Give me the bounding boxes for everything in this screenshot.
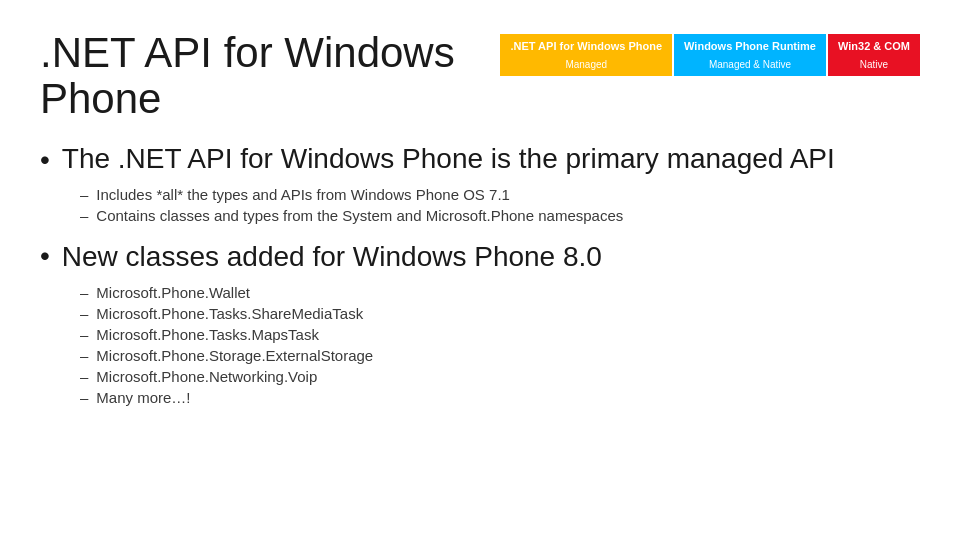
sub-bullet-2-5: Many more…! [80,389,920,406]
sub-bullet-2-5-text: Many more…! [96,389,190,406]
sub-bullet-2-4: Microsoft.Phone.Networking.Voip [80,368,920,385]
badge-win32: Win32 & COM Native [828,34,920,76]
badge-dotnet-top: .NET API for Windows Phone [510,40,662,53]
sub-bullets-1: Includes *all* the types and APIs from W… [80,186,920,224]
badge-dotnet-bottom: Managed [565,59,607,70]
sub-bullet-2-0: Microsoft.Phone.Wallet [80,284,920,301]
content: The .NET API for Windows Phone is the pr… [40,142,920,406]
sub-bullet-2-0-text: Microsoft.Phone.Wallet [96,284,250,301]
sub-bullet-2-3: Microsoft.Phone.Storage.ExternalStorage [80,347,920,364]
sub-bullet-2-1-text: Microsoft.Phone.Tasks.ShareMediaTask [96,305,363,322]
badge-group: .NET API for Windows Phone Managed Windo… [500,34,920,76]
slide: .NET API for Windows Phone .NET API for … [0,0,960,540]
slide-title: .NET API for Windows Phone [40,30,500,122]
sub-bullets-2: Microsoft.Phone.Wallet Microsoft.Phone.T… [80,284,920,406]
sub-bullet-2-2-text: Microsoft.Phone.Tasks.MapsTask [96,326,319,343]
sub-bullet-2-2: Microsoft.Phone.Tasks.MapsTask [80,326,920,343]
badge-dotnet: .NET API for Windows Phone Managed [500,34,672,76]
badge-winphone-top: Windows Phone Runtime [684,40,816,53]
badge-win32-bottom: Native [860,59,888,70]
main-bullet-2: New classes added for Windows Phone 8.0 [40,240,920,274]
sub-bullet-1-0-text: Includes *all* the types and APIs from W… [96,186,510,203]
sub-bullet-1-1-text: Contains classes and types from the Syst… [96,207,623,224]
badge-winphone-bottom: Managed & Native [709,59,791,70]
badge-winphone: Windows Phone Runtime Managed & Native [674,34,826,76]
main-bullet-1-text: The .NET API for Windows Phone is the pr… [62,142,835,176]
sub-bullet-1-0: Includes *all* the types and APIs from W… [80,186,920,203]
sub-bullet-1-1: Contains classes and types from the Syst… [80,207,920,224]
main-bullet-1: The .NET API for Windows Phone is the pr… [40,142,920,176]
sub-bullet-2-1: Microsoft.Phone.Tasks.ShareMediaTask [80,305,920,322]
main-bullet-2-text: New classes added for Windows Phone 8.0 [62,240,602,274]
sub-bullet-2-4-text: Microsoft.Phone.Networking.Voip [96,368,317,385]
sub-bullet-2-3-text: Microsoft.Phone.Storage.ExternalStorage [96,347,373,364]
badge-win32-top: Win32 & COM [838,40,910,53]
header: .NET API for Windows Phone .NET API for … [40,30,920,122]
